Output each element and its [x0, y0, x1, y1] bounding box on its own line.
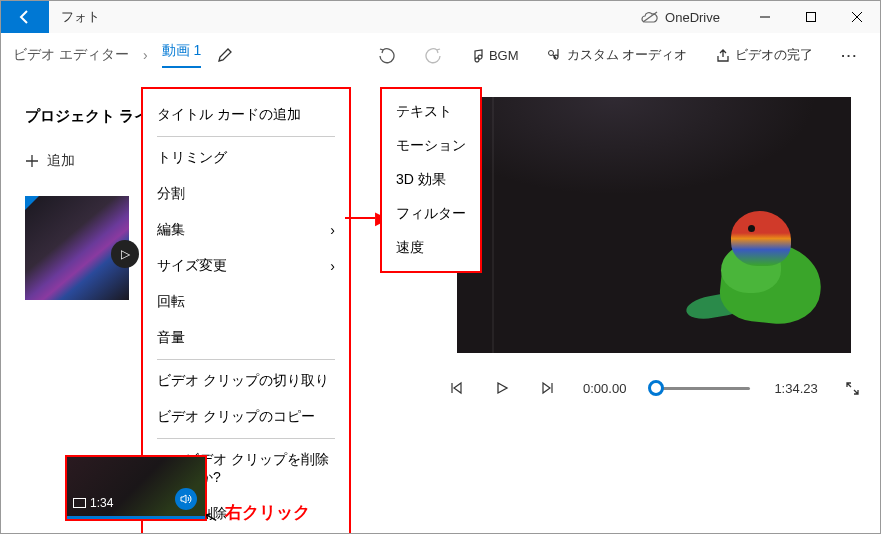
submenu-motion[interactable]: モーション [382, 129, 480, 163]
menu-cut-clip[interactable]: ビデオ クリップの切り取り [143, 363, 349, 399]
onedrive-status[interactable]: OneDrive [641, 10, 720, 25]
library-clip-thumbnail[interactable]: ▷ [25, 196, 129, 300]
finish-video-button[interactable]: ビデオの完了 [705, 46, 823, 64]
total-time: 1:34.23 [774, 381, 817, 396]
play-button[interactable] [491, 377, 513, 399]
back-button[interactable] [1, 1, 49, 33]
current-time: 0:00.00 [583, 381, 626, 396]
play-icon: ▷ [111, 240, 139, 268]
seek-bar[interactable] [650, 387, 750, 390]
seek-handle[interactable] [648, 380, 664, 396]
fullscreen-button[interactable] [842, 377, 864, 399]
chevron-right-icon: › [143, 47, 148, 63]
menu-volume[interactable]: 音量 [143, 320, 349, 356]
maximize-button[interactable] [788, 1, 834, 33]
undo-button[interactable] [368, 46, 406, 64]
next-frame-button[interactable] [537, 377, 559, 399]
redo-button[interactable] [414, 46, 452, 64]
app-title: フォト [61, 8, 100, 26]
svg-rect-4 [74, 499, 86, 508]
submenu-3d-effects[interactable]: 3D 効果 [382, 163, 480, 197]
svg-point-3 [548, 50, 553, 55]
storyboard-clip[interactable]: 1:34 [65, 455, 207, 521]
breadcrumb[interactable]: ビデオ エディター [13, 46, 129, 64]
toolbar: ビデオ エディター › 動画 1 BGM カスタム オーディオ ビデオの完了 ·… [1, 33, 880, 77]
export-icon [715, 48, 731, 63]
speaker-icon [180, 493, 192, 505]
menu-rotate[interactable]: 回転 [143, 284, 349, 320]
clip-audio-button[interactable] [175, 488, 197, 510]
menu-trim[interactable]: トリミング [143, 140, 349, 176]
submenu-speed[interactable]: 速度 [382, 231, 480, 265]
plus-icon [25, 154, 39, 168]
video-preview[interactable] [457, 97, 851, 353]
prev-frame-button[interactable] [445, 377, 467, 399]
menu-resize[interactable]: サイズ変更› [143, 248, 349, 284]
more-button[interactable]: ··· [831, 48, 868, 63]
menu-copy-clip[interactable]: ビデオ クリップのコピー [143, 399, 349, 435]
title-bar: フォト OneDrive [1, 1, 880, 33]
cloud-icon [641, 11, 659, 23]
minimize-button[interactable] [742, 1, 788, 33]
chevron-right-icon: › [330, 258, 335, 274]
window-controls [742, 1, 880, 33]
edit-submenu: テキスト モーション 3D 効果 フィルター 速度 [380, 87, 482, 273]
svg-line-0 [643, 12, 657, 22]
menu-split[interactable]: 分割 [143, 176, 349, 212]
submenu-filter[interactable]: フィルター [382, 197, 480, 231]
close-button[interactable] [834, 1, 880, 33]
project-name[interactable]: 動画 1 [162, 42, 202, 68]
transport-controls: 0:00.00 1:34.23 [445, 377, 864, 399]
chevron-right-icon: › [330, 222, 335, 238]
duration-icon [73, 498, 86, 508]
svg-rect-2 [807, 13, 816, 22]
music-icon [470, 48, 485, 63]
annotation-right-click: 右クリック [225, 501, 310, 524]
menu-edit[interactable]: 編集› [143, 212, 349, 248]
clip-duration: 1:34 [73, 496, 113, 510]
audio-icon [547, 48, 563, 63]
edit-name-button[interactable] [217, 47, 233, 63]
menu-add-title-card[interactable]: タイトル カードの追加 [143, 97, 349, 133]
bgm-button[interactable]: BGM [460, 48, 529, 63]
submenu-text[interactable]: テキスト [382, 95, 480, 129]
custom-audio-button[interactable]: カスタム オーディオ [537, 46, 698, 64]
